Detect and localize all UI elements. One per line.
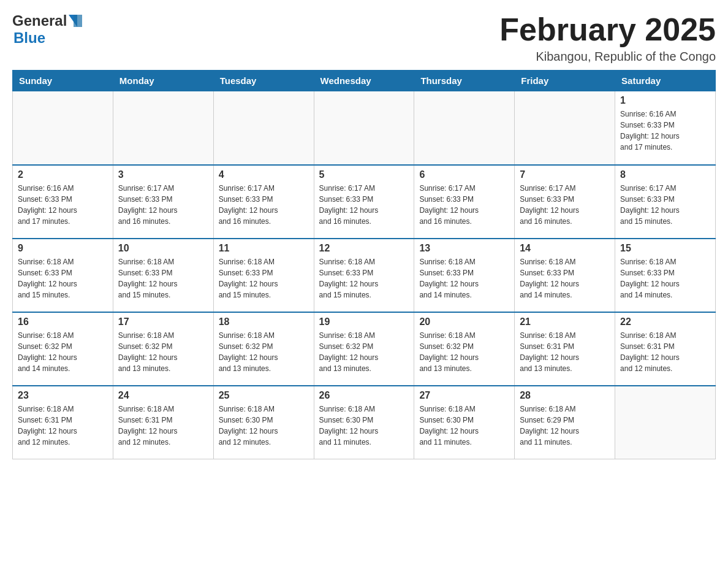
logo-blue-text: Blue bbox=[13, 29, 45, 46]
calendar-day bbox=[13, 91, 113, 165]
day-number: 5 bbox=[319, 169, 409, 180]
month-title: February 2025 bbox=[499, 12, 716, 47]
calendar-day: 2Sunrise: 6:16 AM Sunset: 6:33 PM Daylig… bbox=[13, 165, 113, 239]
calendar-day bbox=[515, 91, 615, 165]
day-info: Sunrise: 6:18 AM Sunset: 6:33 PM Dayligh… bbox=[319, 256, 409, 301]
day-number: 19 bbox=[319, 316, 409, 327]
calendar-day bbox=[414, 91, 515, 165]
calendar-day: 27Sunrise: 6:18 AM Sunset: 6:30 PM Dayli… bbox=[414, 386, 515, 459]
day-info: Sunrise: 6:18 AM Sunset: 6:31 PM Dayligh… bbox=[620, 330, 710, 374]
calendar-day: 25Sunrise: 6:18 AM Sunset: 6:30 PM Dayli… bbox=[213, 386, 314, 459]
day-info: Sunrise: 6:17 AM Sunset: 6:33 PM Dayligh… bbox=[520, 183, 610, 227]
calendar-day bbox=[213, 91, 314, 165]
calendar-day: 22Sunrise: 6:18 AM Sunset: 6:31 PM Dayli… bbox=[615, 312, 716, 386]
calendar-day: 16Sunrise: 6:18 AM Sunset: 6:32 PM Dayli… bbox=[13, 312, 113, 386]
day-info: Sunrise: 6:18 AM Sunset: 6:33 PM Dayligh… bbox=[118, 256, 208, 301]
week-row-4: 16Sunrise: 6:18 AM Sunset: 6:32 PM Dayli… bbox=[13, 312, 716, 386]
day-number: 24 bbox=[118, 390, 208, 401]
calendar-day bbox=[113, 91, 213, 165]
weekday-header-row: SundayMondayTuesdayWednesdayThursdayFrid… bbox=[13, 71, 716, 91]
day-info: Sunrise: 6:18 AM Sunset: 6:33 PM Dayligh… bbox=[219, 256, 309, 301]
day-number: 11 bbox=[219, 243, 309, 254]
day-info: Sunrise: 6:18 AM Sunset: 6:32 PM Dayligh… bbox=[219, 330, 309, 374]
calendar-day: 12Sunrise: 6:18 AM Sunset: 6:33 PM Dayli… bbox=[314, 239, 414, 312]
logo-arrow-icon bbox=[69, 15, 82, 29]
day-info: Sunrise: 6:17 AM Sunset: 6:33 PM Dayligh… bbox=[620, 183, 710, 227]
calendar-day bbox=[314, 91, 414, 165]
calendar-table: SundayMondayTuesdayWednesdayThursdayFrid… bbox=[12, 70, 716, 459]
day-info: Sunrise: 6:17 AM Sunset: 6:33 PM Dayligh… bbox=[319, 183, 409, 227]
logo-general-text: General bbox=[12, 12, 67, 29]
day-number: 14 bbox=[520, 243, 610, 254]
day-info: Sunrise: 6:18 AM Sunset: 6:32 PM Dayligh… bbox=[419, 330, 509, 374]
calendar-day: 5Sunrise: 6:17 AM Sunset: 6:33 PM Daylig… bbox=[314, 165, 414, 239]
day-number: 25 bbox=[219, 390, 309, 401]
day-info: Sunrise: 6:18 AM Sunset: 6:33 PM Dayligh… bbox=[520, 256, 610, 301]
day-number: 13 bbox=[419, 243, 509, 254]
calendar-day: 26Sunrise: 6:18 AM Sunset: 6:30 PM Dayli… bbox=[314, 386, 414, 459]
day-info: Sunrise: 6:18 AM Sunset: 6:30 PM Dayligh… bbox=[219, 404, 309, 448]
day-number: 12 bbox=[319, 243, 409, 254]
page-header: General Blue February 2025 Kibangou, Rep… bbox=[12, 12, 716, 64]
weekday-header-friday: Friday bbox=[515, 71, 615, 91]
week-row-5: 23Sunrise: 6:18 AM Sunset: 6:31 PM Dayli… bbox=[13, 386, 716, 459]
calendar-day: 17Sunrise: 6:18 AM Sunset: 6:32 PM Dayli… bbox=[113, 312, 213, 386]
calendar-day: 15Sunrise: 6:18 AM Sunset: 6:33 PM Dayli… bbox=[615, 239, 716, 312]
day-info: Sunrise: 6:16 AM Sunset: 6:33 PM Dayligh… bbox=[620, 109, 710, 153]
day-info: Sunrise: 6:18 AM Sunset: 6:29 PM Dayligh… bbox=[520, 404, 610, 448]
day-info: Sunrise: 6:18 AM Sunset: 6:30 PM Dayligh… bbox=[319, 404, 409, 448]
week-row-3: 9Sunrise: 6:18 AM Sunset: 6:33 PM Daylig… bbox=[13, 239, 716, 312]
day-info: Sunrise: 6:17 AM Sunset: 6:33 PM Dayligh… bbox=[219, 183, 309, 227]
day-number: 16 bbox=[18, 316, 108, 327]
calendar-day: 6Sunrise: 6:17 AM Sunset: 6:33 PM Daylig… bbox=[414, 165, 515, 239]
calendar-day: 23Sunrise: 6:18 AM Sunset: 6:31 PM Dayli… bbox=[13, 386, 113, 459]
day-number: 9 bbox=[18, 243, 108, 254]
calendar-day: 10Sunrise: 6:18 AM Sunset: 6:33 PM Dayli… bbox=[113, 239, 213, 312]
day-number: 21 bbox=[520, 316, 610, 327]
day-info: Sunrise: 6:17 AM Sunset: 6:33 PM Dayligh… bbox=[419, 183, 509, 227]
calendar-day: 11Sunrise: 6:18 AM Sunset: 6:33 PM Dayli… bbox=[213, 239, 314, 312]
calendar-day: 13Sunrise: 6:18 AM Sunset: 6:33 PM Dayli… bbox=[414, 239, 515, 312]
day-number: 22 bbox=[620, 316, 710, 327]
day-number: 27 bbox=[419, 390, 509, 401]
weekday-header-thursday: Thursday bbox=[414, 71, 515, 91]
title-area: February 2025 Kibangou, Republic of the … bbox=[499, 12, 716, 64]
calendar-day: 1Sunrise: 6:16 AM Sunset: 6:33 PM Daylig… bbox=[615, 91, 716, 165]
day-number: 18 bbox=[219, 316, 309, 327]
day-number: 26 bbox=[319, 390, 409, 401]
calendar-day: 21Sunrise: 6:18 AM Sunset: 6:31 PM Dayli… bbox=[515, 312, 615, 386]
day-info: Sunrise: 6:18 AM Sunset: 6:31 PM Dayligh… bbox=[520, 330, 610, 374]
calendar-day: 19Sunrise: 6:18 AM Sunset: 6:32 PM Dayli… bbox=[314, 312, 414, 386]
day-info: Sunrise: 6:18 AM Sunset: 6:33 PM Dayligh… bbox=[18, 256, 108, 301]
day-info: Sunrise: 6:18 AM Sunset: 6:31 PM Dayligh… bbox=[18, 404, 108, 448]
day-number: 20 bbox=[419, 316, 509, 327]
day-number: 28 bbox=[520, 390, 610, 401]
day-info: Sunrise: 6:18 AM Sunset: 6:31 PM Dayligh… bbox=[118, 404, 208, 448]
calendar-day bbox=[615, 386, 716, 459]
svg-marker-1 bbox=[74, 15, 82, 27]
day-info: Sunrise: 6:18 AM Sunset: 6:32 PM Dayligh… bbox=[118, 330, 208, 374]
weekday-header-tuesday: Tuesday bbox=[213, 71, 314, 91]
weekday-header-monday: Monday bbox=[113, 71, 213, 91]
logo: General Blue bbox=[12, 12, 82, 47]
calendar-day: 14Sunrise: 6:18 AM Sunset: 6:33 PM Dayli… bbox=[515, 239, 615, 312]
day-info: Sunrise: 6:18 AM Sunset: 6:30 PM Dayligh… bbox=[419, 404, 509, 448]
day-number: 1 bbox=[620, 95, 710, 106]
calendar-day: 20Sunrise: 6:18 AM Sunset: 6:32 PM Dayli… bbox=[414, 312, 515, 386]
calendar-day: 8Sunrise: 6:17 AM Sunset: 6:33 PM Daylig… bbox=[615, 165, 716, 239]
weekday-header-saturday: Saturday bbox=[615, 71, 716, 91]
day-info: Sunrise: 6:17 AM Sunset: 6:33 PM Dayligh… bbox=[118, 183, 208, 227]
day-number: 8 bbox=[620, 169, 710, 180]
calendar-day: 3Sunrise: 6:17 AM Sunset: 6:33 PM Daylig… bbox=[113, 165, 213, 239]
day-number: 10 bbox=[118, 243, 208, 254]
day-number: 7 bbox=[520, 169, 610, 180]
day-info: Sunrise: 6:18 AM Sunset: 6:32 PM Dayligh… bbox=[319, 330, 409, 374]
day-number: 4 bbox=[219, 169, 309, 180]
day-info: Sunrise: 6:18 AM Sunset: 6:32 PM Dayligh… bbox=[18, 330, 108, 374]
calendar-day: 18Sunrise: 6:18 AM Sunset: 6:32 PM Dayli… bbox=[213, 312, 314, 386]
day-info: Sunrise: 6:16 AM Sunset: 6:33 PM Dayligh… bbox=[18, 183, 108, 227]
week-row-1: 1Sunrise: 6:16 AM Sunset: 6:33 PM Daylig… bbox=[13, 91, 716, 165]
day-info: Sunrise: 6:18 AM Sunset: 6:33 PM Dayligh… bbox=[419, 256, 509, 301]
calendar-day: 7Sunrise: 6:17 AM Sunset: 6:33 PM Daylig… bbox=[515, 165, 615, 239]
day-number: 2 bbox=[18, 169, 108, 180]
